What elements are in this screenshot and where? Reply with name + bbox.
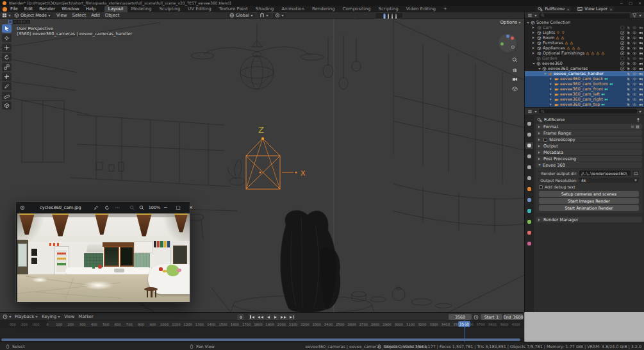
cam-icon[interactable] bbox=[639, 97, 643, 102]
cursor-icon[interactable] bbox=[627, 77, 631, 81]
mode-dropdown[interactable]: Object Mode bbox=[12, 13, 53, 18]
maximize-button[interactable]: □ bbox=[629, 1, 632, 5]
properties-tab-world[interactable] bbox=[525, 175, 533, 181]
options-dropdown[interactable]: Options bbox=[500, 20, 521, 25]
panel-metadata[interactable]: Metadata bbox=[536, 149, 642, 155]
tool-move[interactable] bbox=[2, 44, 12, 52]
cam-icon[interactable] bbox=[639, 77, 643, 81]
properties-tab-scene[interactable] bbox=[525, 164, 533, 171]
workspace-tab-rendering[interactable]: Rendering bbox=[308, 6, 339, 12]
expand-icon[interactable] bbox=[533, 47, 536, 49]
zoom-in-icon[interactable] bbox=[139, 205, 144, 210]
viewport-menu-add[interactable]: Add bbox=[88, 13, 103, 18]
cursor-icon[interactable] bbox=[627, 36, 631, 40]
check-icon[interactable] bbox=[620, 67, 625, 71]
filter-chevron-icon[interactable] bbox=[639, 15, 641, 18]
expand-icon[interactable] bbox=[544, 73, 547, 76]
close-button[interactable]: × bbox=[638, 1, 641, 5]
blender-menu-icon[interactable] bbox=[3, 7, 7, 12]
eye-icon[interactable] bbox=[632, 36, 637, 40]
cursor-icon[interactable] bbox=[627, 103, 631, 107]
tool-select[interactable] bbox=[2, 24, 12, 33]
outliner-row-garden[interactable]: Garden bbox=[525, 56, 644, 61]
cursor-icon[interactable] bbox=[627, 92, 631, 97]
tool-measure[interactable] bbox=[2, 92, 12, 100]
tool-annotate[interactable] bbox=[2, 82, 12, 90]
timeline-ruler[interactable]: -300-200-1000100200300400500600700800900… bbox=[0, 321, 524, 328]
outliner-editor-chevron-icon[interactable] bbox=[534, 15, 537, 18]
outliner-row-eevee-cameras-handler[interactable]: eevee_cameras_handler bbox=[525, 71, 644, 76]
view-layer-selector[interactable]: View Layer × bbox=[575, 6, 615, 12]
cam-icon[interactable] bbox=[639, 46, 643, 51]
panel-render-manager[interactable]: Render Manager bbox=[536, 217, 642, 222]
timeline-editor-icon[interactable] bbox=[3, 314, 8, 319]
eye-icon[interactable] bbox=[632, 72, 637, 76]
properties-tab-particles[interactable] bbox=[525, 208, 533, 214]
properties-tab-view-layer[interactable] bbox=[525, 153, 533, 160]
workspace-tab-texture-paint[interactable]: Texture Paint bbox=[215, 6, 252, 12]
scene-unlink-icon[interactable]: × bbox=[566, 7, 570, 12]
workspace-tab-shading[interactable]: Shading bbox=[252, 6, 277, 12]
check-icon[interactable] bbox=[620, 41, 625, 46]
eye-icon[interactable] bbox=[632, 46, 637, 51]
cam-icon[interactable] bbox=[639, 56, 643, 61]
pin-icon[interactable] bbox=[636, 117, 641, 122]
expand-icon[interactable] bbox=[550, 83, 553, 85]
jump-to-start-button[interactable] bbox=[249, 314, 256, 320]
cursor-icon[interactable] bbox=[627, 87, 631, 92]
expand-icon[interactable] bbox=[550, 78, 553, 80]
stereoscopy-checkbox[interactable] bbox=[543, 138, 547, 142]
properties-tab-modifiers[interactable] bbox=[525, 197, 533, 203]
menu-file[interactable]: File bbox=[7, 6, 21, 12]
expand-icon[interactable] bbox=[538, 68, 541, 71]
properties-tab-tool[interactable] bbox=[525, 121, 533, 127]
outliner-row-lights[interactable]: Lights bbox=[525, 30, 644, 35]
expand-icon[interactable] bbox=[527, 22, 529, 25]
collection-toggle[interactable] bbox=[22, 20, 26, 24]
image-viewer-window[interactable]: cycles360_cam.jpg ⋯ 100% − □ × bbox=[15, 201, 190, 303]
timeline-editor-chevron-icon[interactable] bbox=[9, 316, 12, 319]
debug-text-checkbox[interactable] bbox=[539, 185, 543, 189]
expand-icon[interactable] bbox=[550, 98, 553, 101]
timeline-menu-view[interactable]: View bbox=[62, 314, 76, 319]
play-reverse-button[interactable] bbox=[265, 314, 272, 320]
check-icon[interactable] bbox=[620, 62, 625, 66]
outliner-row-eevee360-cam-top[interactable]: eevee360_cam_top bbox=[525, 102, 644, 107]
outliner-row-eevee360-cam-back[interactable]: eevee360_cam_back bbox=[525, 76, 644, 81]
expand-icon[interactable] bbox=[533, 31, 536, 34]
editor-type-icon[interactable] bbox=[2, 13, 7, 18]
transform-orientation-dropdown[interactable]: Global bbox=[227, 13, 255, 18]
browse-folder-button[interactable] bbox=[632, 171, 639, 176]
expand-icon[interactable] bbox=[533, 37, 536, 39]
more-options-icon[interactable]: ⋯ bbox=[115, 205, 120, 210]
panel-stereoscopy[interactable]: Stereoscopy bbox=[536, 137, 642, 142]
eye-icon[interactable] bbox=[632, 41, 637, 46]
panel-output[interactable]: Output bbox=[536, 143, 642, 149]
ortho-grid-icon[interactable] bbox=[512, 86, 518, 92]
expand-icon[interactable] bbox=[550, 103, 553, 106]
prev-keyframe-button[interactable] bbox=[256, 314, 265, 320]
panel-post-processing[interactable]: Post Processing bbox=[536, 156, 642, 162]
outliner-editor-icon[interactable] bbox=[527, 13, 533, 18]
viewport-menu-view[interactable]: View bbox=[54, 13, 70, 18]
cam-icon[interactable] bbox=[639, 103, 643, 107]
expand-icon[interactable] bbox=[533, 63, 535, 66]
edit-image-icon[interactable] bbox=[94, 205, 99, 210]
workspace-tab-sculpting[interactable]: Sculpting bbox=[155, 6, 184, 12]
cam-icon[interactable] bbox=[639, 51, 643, 56]
outliner-search-input[interactable] bbox=[539, 13, 630, 18]
outliner-row-optional-furnishings[interactable]: Optional Furnishings bbox=[525, 51, 644, 56]
check-icon[interactable] bbox=[620, 51, 625, 56]
timeline-menu-playback[interactable]: Playback bbox=[13, 314, 40, 319]
zoom-icon[interactable] bbox=[512, 57, 518, 63]
tool-cursor[interactable] bbox=[2, 34, 12, 42]
properties-editor-icon[interactable] bbox=[527, 109, 533, 114]
eye-icon[interactable] bbox=[632, 26, 637, 30]
image-viewer-maximize-button[interactable]: □ bbox=[176, 204, 181, 210]
camera-view-icon[interactable] bbox=[512, 76, 518, 82]
workspace-tab-scripting[interactable]: Scripting bbox=[375, 6, 402, 12]
eye-icon[interactable] bbox=[632, 51, 637, 56]
cursor-icon[interactable] bbox=[627, 62, 631, 66]
menu-edit[interactable]: Edit bbox=[21, 6, 37, 12]
workspace-tab-layout[interactable]: Layout bbox=[104, 6, 128, 12]
